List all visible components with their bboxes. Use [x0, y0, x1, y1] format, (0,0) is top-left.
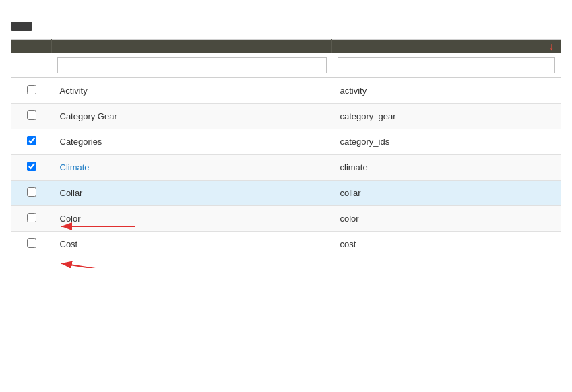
attr-code-cell: cost: [332, 232, 561, 257]
table-row: Activityactivity: [11, 78, 561, 104]
table-row: Colorcolor: [11, 206, 561, 232]
filter-row: [11, 53, 561, 78]
attr-label-cell: Activity: [52, 78, 332, 104]
search-button[interactable]: [11, 22, 32, 31]
table-row: Collarcollar: [11, 181, 561, 206]
entity-attributes-table: ↓ ActivityactivityCategory Gearcategory_…: [11, 39, 561, 257]
col-exclude: [11, 40, 52, 54]
attr-code-cell: climate: [332, 155, 561, 181]
attr-code-cell: category_gear: [332, 104, 561, 129]
table-row: Categoriescategory_ids: [11, 129, 561, 155]
exclude-checkbox[interactable]: [27, 213, 36, 222]
attr-code-cell: collar: [332, 181, 561, 206]
attr-label-cell[interactable]: Climate: [52, 155, 332, 181]
table-wrapper: ↓ ActivityactivityCategory Gearcategory_…: [11, 39, 561, 257]
col-attr-label: [52, 40, 332, 54]
exclude-checkbox[interactable]: [27, 85, 36, 94]
attr-label-cell: Color: [52, 206, 332, 232]
attr-code-cell: color: [332, 206, 561, 232]
sort-icon[interactable]: ↓: [549, 41, 554, 52]
attr-code-cell: category_ids: [332, 129, 561, 155]
attr-label-cell: Category Gear: [52, 104, 332, 129]
exclude-checkbox[interactable]: [27, 162, 36, 171]
table-row: Costcost: [11, 232, 561, 257]
filter-label-input[interactable]: [57, 57, 327, 73]
table-row: Climateclimate: [11, 155, 561, 181]
svg-line-2: [61, 263, 125, 268]
attr-label-cell: Collar: [52, 181, 332, 206]
table-header-row: ↓: [11, 40, 561, 54]
filter-code-input[interactable]: [338, 57, 556, 73]
attr-code-cell: activity: [332, 78, 561, 104]
attr-label-cell: Cost: [52, 232, 332, 257]
toolbar: [11, 22, 561, 31]
table-row: Category Gearcategory_gear: [11, 104, 561, 129]
exclude-checkbox[interactable]: [27, 187, 36, 197]
attr-label-cell: Categories: [52, 129, 332, 155]
exclude-checkbox[interactable]: [27, 238, 36, 248]
exclude-checkbox[interactable]: [27, 110, 36, 120]
col-attr-code: ↓: [332, 40, 561, 54]
exclude-checkbox[interactable]: [27, 136, 36, 145]
